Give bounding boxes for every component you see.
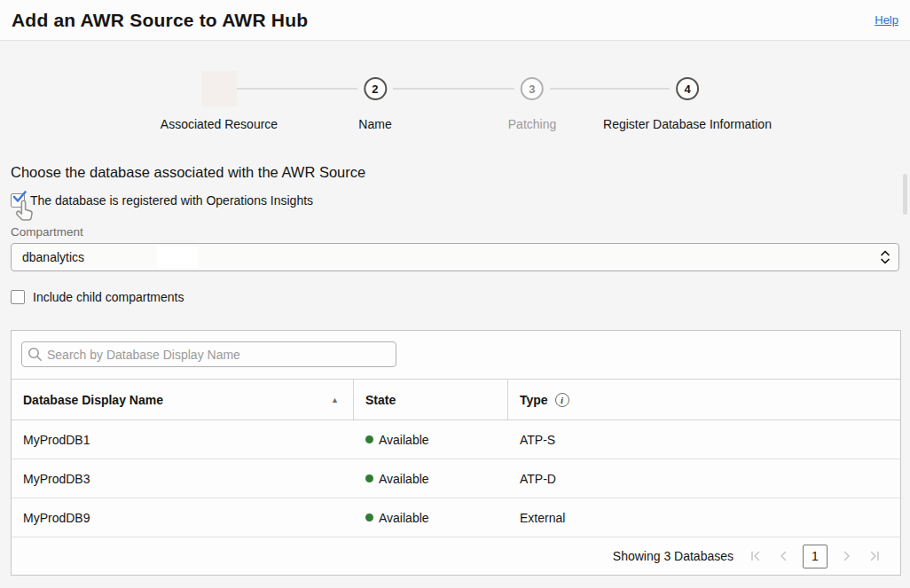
search-icon — [27, 347, 43, 362]
previous-page-icon — [778, 550, 788, 562]
section-heading: Choose the database associated with the … — [11, 164, 899, 181]
cell-type: ATP-S — [508, 420, 900, 459]
step-name[interactable]: 2 Name — [358, 77, 391, 131]
step-patching: 3 Patching — [508, 77, 556, 131]
cell-type: ATP-D — [508, 459, 900, 498]
step-number-badge: 3 — [521, 77, 544, 100]
sort-ascending-icon[interactable]: ▲ — [331, 396, 339, 404]
step-label: Register Database Information — [603, 117, 772, 131]
pagination-previous-button[interactable] — [778, 550, 788, 562]
include-child-checkbox-label: Include child compartments — [33, 290, 184, 304]
step-register-database-information[interactable]: 4 Register Database Information — [603, 77, 772, 131]
page-header: Add an AWR Source to AWR Hub Help — [0, 0, 910, 41]
wizard-stepper: 1 Associated Resource 2 Name 3 Patching … — [0, 41, 910, 132]
registered-checkbox-row: The database is registered with Operatio… — [11, 193, 899, 208]
available-status-icon — [365, 514, 373, 521]
registered-checkbox-label: The database is registered with Operatio… — [30, 193, 313, 208]
table-footer: Showing 3 Databases 1 — [12, 537, 900, 575]
info-icon[interactable]: i — [555, 393, 569, 407]
select-updown-icon — [880, 250, 890, 265]
help-link[interactable]: Help — [875, 13, 898, 27]
column-header-type: Type i — [508, 380, 900, 419]
scrollbar-thumb[interactable] — [903, 174, 907, 215]
table-header-row: Database Display Name ▲ State Type i — [12, 379, 900, 420]
redacted-area — [157, 247, 198, 268]
cell-database-name: MyProdDB1 — [12, 420, 354, 459]
table-row[interactable]: MyProdDB1 Available ATP-S — [12, 420, 900, 459]
cell-state: Available — [354, 498, 508, 537]
row-count-summary: Showing 3 Databases — [613, 549, 733, 563]
cell-database-name: MyProdDB3 — [12, 459, 354, 498]
compartment-label: Compartment — [11, 225, 899, 239]
cell-database-name: MyProdDB9 — [12, 498, 354, 537]
last-page-icon — [868, 550, 881, 562]
step-number-badge: 4 — [676, 77, 699, 100]
column-header-state: State — [354, 380, 508, 419]
include-child-checkbox-row: Include child compartments — [11, 290, 899, 304]
cell-state: Available — [354, 459, 508, 498]
pagination-next-button[interactable] — [842, 550, 852, 562]
available-status-icon — [365, 435, 373, 443]
current-step-highlight — [201, 71, 237, 106]
compartment-selected-value: dbanalytics — [22, 250, 84, 264]
pagination-last-button[interactable] — [868, 550, 881, 562]
search-input[interactable] — [21, 341, 396, 367]
stepper-connector — [393, 88, 514, 90]
cell-type: External — [508, 498, 900, 537]
cell-state: Available — [354, 420, 508, 459]
first-page-icon — [749, 550, 762, 562]
table-search-row — [12, 331, 900, 379]
search-box — [21, 341, 396, 367]
include-child-compartments-checkbox[interactable] — [11, 290, 25, 304]
wizard-body: Choose the database associated with the … — [0, 164, 910, 576]
step-label: Name — [358, 117, 391, 131]
column-header-database-display-name[interactable]: Database Display Name ▲ — [12, 380, 354, 419]
pagination-first-button[interactable] — [749, 550, 762, 562]
page-title: Add an AWR Source to AWR Hub — [12, 10, 308, 31]
step-label: Patching — [508, 117, 556, 131]
current-page-indicator[interactable]: 1 — [803, 545, 828, 568]
compartment-select[interactable]: dbanalytics — [11, 243, 899, 271]
step-number-badge: 2 — [364, 77, 387, 100]
table-row[interactable]: MyProdDB3 Available ATP-D — [12, 459, 900, 498]
table-row[interactable]: MyProdDB9 Available External — [12, 498, 900, 537]
step-label: Associated Resource — [161, 117, 278, 131]
next-page-icon — [842, 550, 852, 562]
available-status-icon — [365, 474, 373, 482]
mouse-cursor-icon — [12, 200, 36, 223]
database-table-panel: Database Display Name ▲ State Type i MyP… — [11, 330, 901, 576]
